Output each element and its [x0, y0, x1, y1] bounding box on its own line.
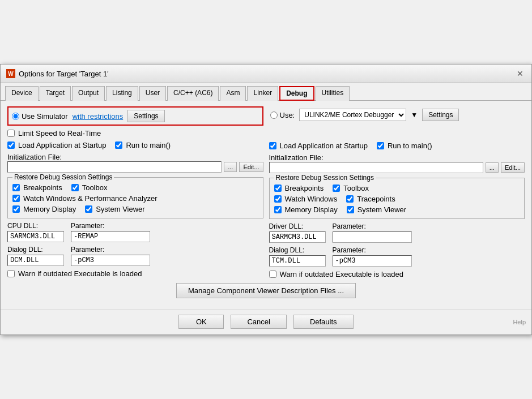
watch-windows-checkbox-left[interactable]	[12, 195, 20, 202]
watch-windows-label-right: Watch Windows	[285, 195, 338, 203]
load-app-checkbox-left[interactable]	[7, 141, 15, 149]
use-right-section: Use: ULINK2/ME Cortex Debugger ▼ Setting…	[269, 106, 525, 123]
spacer-right	[269, 127, 525, 138]
toolbox-checkbox-left[interactable]	[71, 184, 79, 191]
warn-checkbox-right[interactable]	[269, 271, 276, 278]
driver-dll-input-right[interactable]	[269, 231, 326, 243]
right-settings-button[interactable]: Settings	[422, 109, 459, 121]
memory-display-label-left: Memory Display	[23, 205, 76, 213]
bottom-bar: OK Cancel Defaults Help	[1, 310, 531, 334]
init-file-row-left: ... Edit...	[7, 161, 263, 173]
use-right-label: Use:	[280, 111, 295, 119]
run-to-main-row-right: Run to main()	[377, 141, 432, 150]
driver-dll-label-right: Driver DLL:	[269, 222, 326, 230]
use-right-radio[interactable]: Use:	[270, 111, 295, 119]
init-browse-button-left[interactable]: ...	[224, 162, 237, 172]
breakpoints-row-left: Breakpoints	[12, 183, 62, 192]
watch-windows-row-right: Watch Windows	[274, 195, 338, 203]
close-button[interactable]: ✕	[514, 68, 526, 79]
dialog-dll-row-left: Dialog DLL: Parameter:	[7, 246, 263, 266]
restrictions-link[interactable]: with restrictions	[73, 112, 124, 121]
debugger-select[interactable]: ULINK2/ME Cortex Debugger	[299, 109, 406, 121]
tab-user[interactable]: User	[139, 86, 166, 101]
restore-row1-left: Breakpoints Toolbox	[12, 183, 258, 192]
warn-row-right: Warn if outdated Executable is loaded	[269, 270, 525, 278]
run-to-main-checkbox-left[interactable]	[115, 141, 122, 149]
restore-group-title-left: Restore Debug Session Settings	[12, 173, 114, 181]
load-app-checkbox-right[interactable]	[269, 142, 276, 149]
dialog-param-col-right: Parameter:	[333, 246, 412, 267]
dialog-dll-input-right[interactable]	[269, 255, 326, 267]
watch-windows-checkbox-right[interactable]	[274, 195, 282, 203]
dialog-dll-row-right: Dialog DLL: Parameter:	[269, 246, 525, 267]
tab-device[interactable]: Device	[5, 86, 39, 101]
limit-speed-checkbox[interactable]	[7, 130, 15, 137]
system-viewer-label-left: System Viewer	[96, 205, 144, 213]
tab-cc[interactable]: C/C++ (AC6)	[167, 86, 219, 101]
cpu-param-input[interactable]	[71, 231, 150, 242]
dialog-param-label-right: Parameter:	[333, 246, 412, 254]
toolbox-checkbox-right[interactable]	[333, 185, 340, 192]
system-viewer-label-right: System Viewer	[357, 205, 406, 214]
memory-display-checkbox-left[interactable]	[12, 205, 20, 213]
tracepoints-checkbox-right[interactable]	[346, 195, 354, 203]
run-to-main-label-right: Run to main()	[388, 141, 432, 150]
warn-row-left: Warn if outdated Executable is loaded	[7, 269, 263, 278]
run-to-main-label-left: Run to main()	[126, 141, 171, 149]
init-file-input-right[interactable]	[269, 162, 483, 173]
system-viewer-checkbox-left[interactable]	[85, 205, 92, 213]
init-file-input-left[interactable]	[7, 161, 222, 173]
simulator-settings-button[interactable]: Settings	[127, 110, 164, 122]
tab-utilities[interactable]: Utilities	[316, 86, 350, 101]
warn-checkbox-left[interactable]	[7, 270, 15, 277]
system-viewer-row-left: System Viewer	[85, 205, 144, 213]
title-bar: W Options for Target 'Target 1' ✕	[1, 65, 531, 83]
ok-button[interactable]: OK	[178, 315, 224, 329]
cpu-dll-section: CPU DLL: Parameter:	[7, 222, 263, 242]
tab-linker[interactable]: Linker	[247, 86, 278, 101]
bottom-center-buttons: OK Cancel Defaults	[178, 315, 353, 329]
toolbox-row-right: Toolbox	[333, 184, 369, 192]
driver-dll-row-right: Driver DLL: Parameter:	[269, 222, 525, 243]
breakpoints-checkbox-right[interactable]	[274, 185, 282, 192]
tab-debug[interactable]: Debug	[279, 86, 314, 101]
use-simulator-radio[interactable]: Use Simulator	[12, 112, 68, 121]
dialog-param-col-left: Parameter:	[71, 246, 150, 266]
window-title: Options for Target 'Target 1'	[19, 70, 109, 78]
use-simulator-radio-input[interactable]	[12, 113, 19, 120]
toolbox-label-right: Toolbox	[343, 184, 369, 192]
driver-param-input-right[interactable]	[333, 231, 412, 243]
memory-display-label-right: Memory Display	[285, 205, 338, 214]
manage-button[interactable]: Manage Component Viewer Description File…	[176, 283, 356, 298]
driver-dll-col-right: Driver DLL:	[269, 222, 326, 243]
dialog-dll-col-right: Dialog DLL:	[269, 246, 326, 267]
tab-asm[interactable]: Asm	[220, 86, 246, 101]
dialog-param-input-left[interactable]	[71, 255, 150, 266]
memory-display-checkbox-right[interactable]	[274, 206, 282, 213]
dialog-dll-input-left[interactable]	[7, 255, 64, 266]
tab-bar: Device Target Output Listing User C/C++ …	[1, 83, 531, 101]
run-to-main-checkbox-right[interactable]	[377, 142, 384, 149]
tracepoints-row-right: Tracepoints	[346, 195, 395, 203]
tab-listing[interactable]: Listing	[106, 86, 138, 101]
driver-param-label-right: Parameter:	[333, 222, 412, 230]
title-bar-left: W Options for Target 'Target 1'	[6, 69, 109, 78]
driver-param-col-right: Parameter:	[333, 222, 412, 243]
cpu-dll-label: CPU DLL:	[7, 222, 64, 230]
init-browse-button-right[interactable]: ...	[486, 162, 499, 173]
cpu-dll-input[interactable]	[7, 231, 64, 242]
tab-target[interactable]: Target	[40, 86, 71, 101]
help-link[interactable]: Help	[513, 319, 526, 325]
init-edit-button-left[interactable]: Edit...	[239, 162, 263, 172]
cancel-button[interactable]: Cancel	[231, 315, 286, 329]
dropdown-arrow-icon: ▼	[411, 111, 418, 119]
use-right-radio-input[interactable]	[270, 111, 278, 119]
breakpoints-row-right: Breakpoints	[274, 184, 324, 192]
system-viewer-checkbox-right[interactable]	[347, 206, 354, 213]
init-edit-button-right[interactable]: Edit...	[501, 162, 525, 173]
load-app-row-left: Load Application at Startup	[7, 141, 106, 149]
tab-output[interactable]: Output	[72, 86, 105, 101]
dialog-param-input-right[interactable]	[333, 255, 412, 267]
defaults-button[interactable]: Defaults	[293, 315, 354, 329]
breakpoints-checkbox-left[interactable]	[12, 184, 20, 191]
